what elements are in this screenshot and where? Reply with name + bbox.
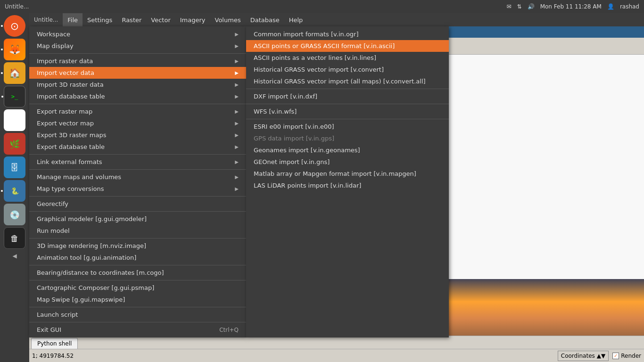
grass-window: Untitle... File Settings Raster Vector I… (29, 13, 644, 362)
menu-map-type-conv[interactable]: Map type conversions ▶ (29, 183, 246, 195)
menu-raster[interactable]: Raster (117, 13, 146, 26)
transfer-icon[interactable]: ⇅ (517, 3, 522, 10)
volume-icon[interactable]: 🔊 (528, 3, 535, 10)
dock-files[interactable]: 🏠 (4, 62, 25, 84)
submenu-wfs[interactable]: WFS [v.in.wfs] (246, 106, 449, 117)
menu-import-raster[interactable]: Import raster data ▶ (29, 55, 246, 67)
menu-graphical-modeler[interactable]: Graphical modeler [g.gui.gmodeler] (29, 213, 246, 225)
dock-chrome[interactable]: ⊕ (4, 109, 25, 131)
submenu-las-lidar[interactable]: LAS LiDAR points import [v.in.lidar] (246, 180, 449, 191)
menu-georectify[interactable]: Georectify (29, 198, 246, 210)
import-vector-submenu: Common import formats [v.in.ogr] ASCII p… (246, 26, 449, 337)
manage-maps-arrow: ▶ (235, 174, 239, 180)
menu-workspace[interactable]: Workspace ▶ (29, 28, 246, 40)
submenu-common-import[interactable]: Common import formats [v.in.ogr] (246, 28, 449, 40)
import-3d-arrow: ▶ (235, 82, 239, 87)
divider-9 (29, 280, 246, 280)
submenu-geonames[interactable]: Geonames import [v.in.geonames] (246, 144, 449, 156)
dock-blue-app[interactable]: 🗄 (4, 156, 25, 178)
menu-export-3d[interactable]: Export 3D raster maps ▶ (29, 129, 246, 141)
menubar: Untitle... File Settings Raster Vector I… (29, 13, 644, 26)
menu-import-3d-raster[interactable]: Import 3D raster data ▶ (29, 79, 246, 90)
dock-gray-app[interactable]: 💿 (4, 204, 25, 225)
dock-dark-app[interactable]: 🗑 (4, 227, 25, 249)
submenu-esri-e00[interactable]: ESRI e00 import [v.in.e00] (246, 121, 449, 132)
dock-python[interactable]: 🐍 (4, 180, 25, 202)
divider-1 (29, 53, 246, 54)
export-3d-arrow: ▶ (235, 132, 239, 138)
menu-help[interactable]: Help (284, 13, 308, 26)
submenu-dxf-import[interactable]: DXF import [v.in.dxf] (246, 90, 449, 102)
dock-ubuntu[interactable]: ⊙ (4, 15, 25, 37)
app-title: Untitle... (29, 16, 63, 23)
export-vector-arrow: ▶ (235, 121, 239, 126)
dock-terminal[interactable]: >_ (4, 86, 25, 107)
divider-6 (29, 211, 246, 212)
menu-run-model[interactable]: Run model (29, 225, 246, 237)
menu-3d-image[interactable]: 3D image rendering [m.nviz.image] (29, 240, 246, 252)
user-icon: 👤 (607, 3, 614, 10)
menu-export-raster[interactable]: Export raster map ▶ (29, 106, 246, 117)
file-menu: Workspace ▶ Map display ▶ Import raster … (29, 26, 246, 337)
dropdown-overlay: Workspace ▶ Map display ▶ Import raster … (29, 26, 449, 337)
menu-exit-gui[interactable]: Exit GUI Ctrl+Q (29, 324, 246, 336)
menu-link-external[interactable]: Link external formats ▶ (29, 156, 246, 168)
window-title: Untitle... (5, 3, 29, 10)
status-dropdown-arrow: ▲▼ (597, 353, 605, 359)
divider-3 (29, 154, 246, 155)
menu-launch-script[interactable]: Launch script (29, 309, 246, 321)
system-bar: Untitle... ✉ ⇅ 🔊 Mon Feb 11 11:28 AM 👤 r… (0, 0, 644, 13)
menu-export-vector[interactable]: Export vector map ▶ (29, 117, 246, 129)
submenu-gps: GPS data import [v.in.gps] (246, 132, 449, 144)
status-dropdown[interactable]: Coordinates ▲▼ (558, 351, 609, 361)
menu-import-db-table[interactable]: Import database table ▶ (29, 90, 246, 102)
link-external-arrow: ▶ (235, 159, 239, 165)
menu-export-db[interactable]: Export database table ▶ (29, 141, 246, 153)
menu-file[interactable]: File (63, 13, 83, 26)
submenu-ascii-points[interactable]: ASCII points or GRASS ASCII format [v.in… (246, 40, 449, 52)
menu-vector[interactable]: Vector (146, 13, 175, 26)
menu-settings[interactable]: Settings (83, 13, 117, 26)
menu-map-display[interactable]: Map display ▶ (29, 40, 246, 52)
dock-firefox[interactable]: 🦊 (4, 39, 25, 60)
divider-4 (29, 169, 246, 170)
submenu-hist-grass-import[interactable]: Historical GRASS vector import [v.conver… (246, 64, 449, 75)
dock-red-app[interactable]: 🌿 (4, 133, 25, 155)
export-raster-arrow: ▶ (235, 109, 239, 114)
submenu-matlab-mapgen[interactable]: Matlab array or Mapgen format import [v.… (246, 168, 449, 180)
menu-map-swipe[interactable]: Map Swipe [g.gui.mapswipe] (29, 294, 246, 305)
map-display-arrow: ▶ (235, 43, 239, 49)
status-coords: 1; 4919784.52 (32, 353, 554, 359)
divider-2 (29, 104, 246, 104)
divider-8 (29, 265, 246, 265)
menu-volumes[interactable]: Volumes (210, 13, 246, 26)
render-checkbox[interactable]: ✓ (612, 353, 619, 359)
menu-items: File Settings Raster Vector Imagery Volu… (63, 13, 307, 26)
import-db-arrow: ▶ (235, 94, 239, 99)
left-dock: ⊙ 🦊 🏠 >_ ⊕ 🌿 🗄 🐍 💿 🗑 (0, 13, 29, 362)
menu-manage-maps[interactable]: Manage maps and volumes ▶ (29, 171, 246, 183)
menu-import-vector[interactable]: Import vector data ▶ (29, 67, 246, 79)
submenu-geonet[interactable]: GEOnet import [v.in.gns] (246, 156, 449, 168)
submenu-ascii-vector-lines[interactable]: ASCII points as a vector lines [v.in.lin… (246, 52, 449, 64)
tab-python-shell[interactable]: Python shell (31, 338, 78, 349)
status-bar: 1; 4919784.52 Coordinates ▲▼ ✓ Render (29, 349, 644, 362)
menu-database[interactable]: Database (246, 13, 284, 26)
render-button[interactable]: ✓ Render (612, 353, 641, 359)
divider-7 (29, 238, 246, 239)
divider-11 (29, 322, 246, 322)
dock-arrow: ◀ (12, 253, 17, 259)
main-container: ⊙ 🦊 🏠 >_ ⊕ 🌿 🗄 🐍 💿 🗑 (0, 13, 644, 362)
envelope-icon[interactable]: ✉ (507, 3, 512, 10)
sub-divider-1 (246, 89, 449, 89)
workspace-arrow: ▶ (235, 32, 239, 37)
import-raster-arrow: ▶ (235, 58, 239, 64)
menu-carto-composer[interactable]: Cartographic Composer [g.gui.psmap] (29, 282, 246, 294)
export-db-arrow: ▶ (235, 144, 239, 149)
menu-bearing[interactable]: Bearing/distance to coordinates [m.cogo] (29, 267, 246, 279)
divider-5 (29, 196, 246, 197)
menu-imagery[interactable]: Imagery (175, 13, 210, 26)
menu-animation[interactable]: Animation tool [g.gui.animation] (29, 252, 246, 263)
submenu-hist-grass-all[interactable]: Historical GRASS vector import (all maps… (246, 75, 449, 87)
divider-10 (29, 307, 246, 307)
